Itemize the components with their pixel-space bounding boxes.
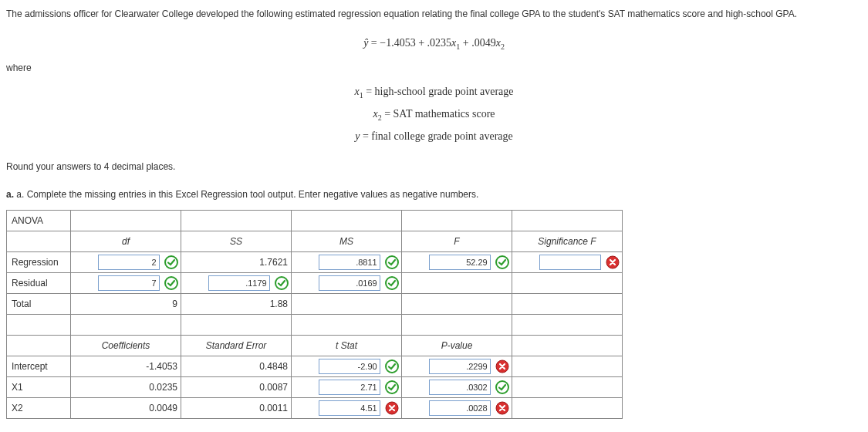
- value-x2-se: 0.0011: [181, 397, 292, 418]
- variable-definitions: x1 = high-school grade point average x2 …: [6, 81, 862, 147]
- label-x1: X1: [7, 376, 71, 397]
- value-regression-ss: 1.7621: [181, 251, 292, 272]
- check-icon: [495, 255, 509, 269]
- row-x2: X2 0.0049 0.0011 4.51 .0028: [7, 397, 623, 418]
- value-total-ss: 1.88: [181, 293, 292, 314]
- problem-intro: The admissions officer for Clearwater Co…: [6, 6, 862, 22]
- row-regression: Regression 2 1.7621 .8811 52.29: [7, 251, 623, 272]
- input-regression-ms[interactable]: .8811: [319, 255, 380, 270]
- header-f: F: [402, 231, 512, 251]
- header-se: Standard Error: [181, 335, 292, 356]
- header-df: df: [71, 231, 181, 251]
- rounding-note: Round your answers to 4 decimal places.: [6, 159, 862, 176]
- check-icon: [385, 359, 399, 373]
- label-regression: Regression: [7, 251, 71, 272]
- anova-table: ANOVA df SS MS F Significance F Regressi…: [6, 210, 623, 419]
- value-x1-coef: 0.0235: [71, 376, 181, 397]
- anova-title: ANOVA: [7, 210, 71, 231]
- label-intercept: Intercept: [7, 356, 71, 376]
- row-residual: Residual 7 .1179 .0169: [7, 272, 623, 293]
- header-coef: Coefficients: [71, 335, 181, 356]
- x-icon: [495, 401, 509, 415]
- value-intercept-coef: -1.4053: [71, 356, 181, 376]
- header-ms: MS: [292, 231, 402, 251]
- input-intercept-p[interactable]: .2299: [429, 359, 491, 374]
- check-icon: [275, 276, 289, 290]
- part-a-instruction: a. a. Complete the missing entries in th…: [6, 187, 862, 204]
- label-total: Total: [7, 293, 71, 314]
- check-icon: [164, 255, 178, 269]
- check-icon: [385, 255, 399, 269]
- input-intercept-t[interactable]: -2.90: [319, 359, 380, 374]
- value-x2-coef: 0.0049: [71, 397, 181, 418]
- input-x2-t[interactable]: 4.51: [319, 400, 380, 416]
- value-intercept-se: 0.4848: [181, 356, 292, 376]
- input-residual-df[interactable]: 7: [98, 275, 160, 291]
- x-icon: [385, 401, 399, 415]
- header-t: t Stat: [292, 335, 402, 356]
- check-icon: [164, 276, 178, 290]
- row-x1: X1 0.0235 0.0087 2.71 .0302: [7, 376, 623, 397]
- input-residual-ms[interactable]: .0169: [319, 275, 380, 291]
- input-regression-sigf[interactable]: [539, 255, 601, 270]
- header-sigf: Significance F: [512, 231, 623, 251]
- input-x1-p[interactable]: .0302: [429, 380, 491, 395]
- check-icon: [385, 276, 399, 290]
- label-x2: X2: [7, 397, 71, 418]
- part-a-text: a. Complete the missing entries in this …: [16, 189, 478, 200]
- input-regression-f[interactable]: 52.29: [429, 255, 491, 270]
- header-p: P-value: [402, 335, 512, 356]
- row-intercept: Intercept -1.4053 0.4848 -2.90 .2299: [7, 356, 623, 376]
- value-x1-se: 0.0087: [181, 376, 292, 397]
- row-total: Total 9 1.88: [7, 293, 623, 314]
- input-residual-ss[interactable]: .1179: [208, 275, 270, 291]
- x-icon: [606, 255, 620, 269]
- input-x2-p[interactable]: .0028: [429, 400, 491, 416]
- check-icon: [385, 380, 399, 394]
- x-icon: [495, 359, 509, 373]
- check-icon: [495, 380, 509, 394]
- label-residual: Residual: [7, 272, 71, 293]
- regression-equation: ŷ = −1.4053 + .0235x1 + .0049x2: [6, 37, 862, 51]
- input-regression-df[interactable]: 2: [98, 255, 160, 270]
- where-label: where: [6, 62, 862, 73]
- input-x1-t[interactable]: 2.71: [319, 380, 380, 395]
- header-ss: SS: [181, 231, 292, 251]
- value-total-df: 9: [71, 293, 181, 314]
